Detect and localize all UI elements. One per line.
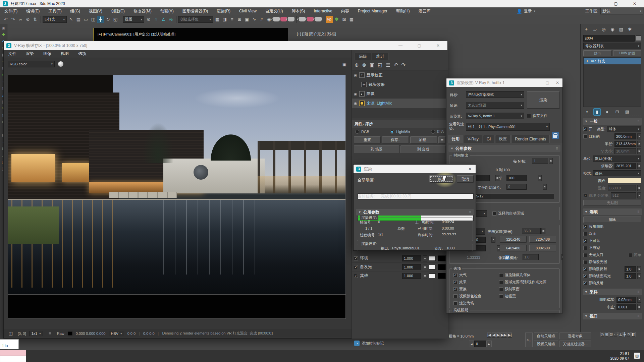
load-button[interactable]: 加载..	[410, 136, 437, 143]
show-end-result-icon[interactable]: ▮	[593, 108, 601, 116]
fov-icon[interactable]: ∠	[619, 332, 623, 337]
displacement-checkbox[interactable]	[453, 287, 458, 291]
menu-item-10[interactable]: 渲染(R)	[212, 8, 235, 14]
affect-diffuse-checkbox[interactable]	[583, 267, 587, 271]
temperature-spinner[interactable]	[637, 185, 641, 191]
area-lights-as-points-checkbox[interactable]	[499, 280, 503, 284]
undo-icon[interactable]: ↶	[2, 16, 9, 23]
workspace-dropdown[interactable]: 默认 ▾	[600, 8, 643, 14]
load-layers-icon[interactable]: ◱	[378, 62, 382, 68]
texture-checkbox[interactable]	[583, 193, 587, 197]
no-decay-checkbox[interactable]	[583, 246, 587, 250]
render-icon[interactable]	[287, 16, 295, 23]
layer-row-display-correction[interactable]: ◜ 显示校正	[352, 70, 448, 80]
frame-next-button[interactable]: ▸	[486, 341, 492, 347]
rs-close-button[interactable]: ✕	[552, 79, 562, 86]
force-two-sided-checkbox[interactable]	[499, 287, 503, 291]
delete-layer-icon[interactable]: ⊗	[362, 62, 367, 68]
rs-tab-5[interactable]: Render Elements	[511, 135, 550, 143]
save-file-browse[interactable]: ...	[550, 114, 553, 118]
selfillum-color-swatch[interactable]	[429, 265, 436, 269]
auto-region-checkbox[interactable]	[492, 212, 496, 216]
rs-minimize-button[interactable]: —	[532, 79, 542, 86]
menu-item-16[interactable]: Project Manager	[354, 9, 392, 13]
other-mult-field[interactable]: 1.000	[402, 273, 421, 279]
link-icon[interactable]: ∞	[17, 16, 24, 23]
snap-3d-icon[interactable]: ∩	[152, 16, 160, 23]
selfillum-spinner[interactable]	[423, 264, 427, 270]
preset-dropdown[interactable]: 未选定预设▾	[466, 102, 524, 109]
menu-item-6[interactable]: 创建(C)	[107, 8, 129, 14]
pixel-scale-dropdown[interactable]: 1x1▾	[29, 331, 43, 336]
layer-row-denoise[interactable]: ◐ 降噪	[352, 89, 448, 99]
light-type-dropdown[interactable]: 球体▾	[607, 126, 641, 132]
lightmix-menu-button[interactable]: ≣	[438, 136, 446, 143]
login-area[interactable]: 👤 登录 ▾	[517, 7, 535, 15]
close-button[interactable]: ✕	[625, 0, 644, 7]
pixel-aspect-field[interactable]: 1.0	[523, 254, 539, 260]
light-on-checkbox[interactable]	[583, 127, 587, 131]
environment-color-swatch[interactable]	[429, 256, 436, 261]
resolution-field[interactable]: 512	[611, 192, 636, 198]
view-to-render-dropdown[interactable]: 列 1、列 1 - PhysCamera001▾	[466, 123, 550, 131]
lightmix-row-other[interactable]: 其他 1.000	[352, 272, 448, 280]
vfb-maximize-button[interactable]: ▢	[410, 42, 429, 49]
pin-stack-icon[interactable]: ▪	[583, 108, 591, 116]
stop-button[interactable]: 停止	[429, 175, 453, 183]
atmosphere-checkbox[interactable]	[453, 273, 458, 277]
curve-editor-icon[interactable]: ∿	[251, 16, 258, 23]
file-start-spinner[interactable]	[543, 184, 547, 190]
list-icon[interactable]: ≡	[46, 330, 54, 337]
vfb-menu-4[interactable]: 视图	[56, 51, 73, 57]
key-filters-button[interactable]: 关键点过滤器...	[559, 341, 591, 347]
time-tag-icon[interactable]: ◔	[354, 341, 360, 346]
vfb-menu-5[interactable]: 选项	[73, 51, 91, 57]
use-pivot-icon[interactable]: ⊙	[145, 16, 152, 23]
radius-field[interactable]: 213.433mm	[614, 141, 636, 147]
zoom-extents-icon[interactable]: ⊡	[609, 332, 613, 337]
aperture-field[interactable]: 36.0	[522, 228, 541, 234]
menu-item-13[interactable]: 脚本(S)	[287, 8, 309, 14]
light-color-swatch[interactable]	[608, 178, 641, 183]
object-name-field[interactable]: s004	[583, 35, 635, 42]
maximize-viewport-icon[interactable]: ◧	[631, 332, 635, 337]
go-start-icon[interactable]: |◀	[487, 333, 491, 338]
maximize-button[interactable]: ▢	[606, 0, 625, 7]
menu-item-14[interactable]: Interactive	[309, 9, 336, 13]
multiplier-spinner[interactable]	[637, 163, 641, 169]
renderer-dropdown[interactable]: V-Ray 5, hotfix 1▾	[466, 113, 524, 119]
eye-icon[interactable]	[354, 101, 357, 106]
frame-field[interactable]: 0	[474, 341, 486, 347]
progress-close-button[interactable]: ✕	[464, 165, 476, 173]
size-800x600-button[interactable]: 800x600	[529, 245, 556, 251]
orbit-icon[interactable]: ↻	[627, 332, 631, 337]
select-object-icon[interactable]: ↖	[67, 16, 75, 23]
cutoff-spinner[interactable]	[637, 304, 641, 310]
layer-manager-icon[interactable]: ⊞	[236, 16, 243, 23]
scale-icon[interactable]: ◱	[112, 16, 119, 23]
exclude-button[interactable]: 排除	[583, 217, 641, 223]
rollout-sampling[interactable]: ▼采样⠿	[583, 289, 642, 295]
resolution-spinner[interactable]	[637, 192, 641, 198]
lock-view-icon[interactable]	[552, 132, 559, 139]
environment-mult-field[interactable]: 1.000	[402, 255, 421, 261]
range-to-field[interactable]: 100	[506, 175, 527, 181]
reset-button[interactable]: 重置	[354, 136, 381, 143]
menu-item-12[interactable]: 自定义(U)	[261, 8, 287, 14]
radius-spinner[interactable]	[637, 141, 641, 147]
configure-modifier-icon[interactable]: ▨	[624, 108, 631, 116]
bind-spacewarp-icon[interactable]: ⇅	[32, 16, 39, 23]
render-teapot-icon[interactable]	[315, 16, 322, 23]
every-n-field[interactable]: 1	[532, 158, 548, 164]
ribbon-icon[interactable]: ▣	[243, 16, 251, 23]
super-black-checkbox[interactable]	[499, 294, 503, 298]
eye-icon[interactable]	[354, 73, 357, 77]
add-time-tag[interactable]: 添加时间标记	[362, 341, 384, 346]
shadow-bias-field[interactable]: 0.02mm	[616, 297, 636, 303]
frames-field[interactable]: 1,3,5-12	[468, 193, 554, 199]
window-crossing-icon[interactable]: ◫	[90, 16, 97, 23]
rect-region-icon[interactable]: ▭	[82, 16, 90, 23]
rotate-icon[interactable]: ↻	[104, 16, 112, 23]
layer-list-icon[interactable]: ☰	[386, 62, 390, 68]
mirror-icon[interactable]: ◨	[221, 16, 228, 23]
